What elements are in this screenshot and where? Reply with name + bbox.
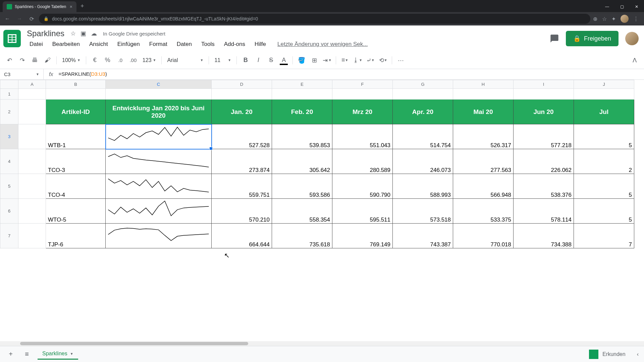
spreadsheet-grid[interactable]: ABCDEFGHIJ 12Artikel-IDEntwicklung Jan 2… <box>0 80 634 248</box>
star-icon[interactable]: ☆ <box>602 16 607 22</box>
merge-cells-button[interactable]: ⇥▼ <box>322 55 332 66</box>
column-header[interactable]: E <box>272 80 332 89</box>
value-cell[interactable]: 305.642 <box>272 149 332 174</box>
value-cell[interactable]: 590.790 <box>332 174 393 199</box>
scrollbar-thumb[interactable] <box>20 342 248 345</box>
header-cell[interactable]: Apr. 20 <box>393 100 453 124</box>
print-button[interactable]: 🖶 <box>30 55 40 66</box>
undo-button[interactable]: ↶ <box>4 55 15 66</box>
row-header[interactable]: 7 <box>0 224 18 248</box>
value-cell[interactable]: 551.043 <box>332 124 393 149</box>
document-title[interactable]: Sparklines <box>25 28 66 39</box>
cell[interactable] <box>18 224 46 248</box>
value-cell[interactable]: 246.073 <box>393 149 453 174</box>
select-all-corner[interactable] <box>0 80 18 89</box>
row-header[interactable]: 2 <box>0 100 18 124</box>
value-cell[interactable]: 514.754 <box>393 124 453 149</box>
value-cell[interactable]: 527.528 <box>212 124 272 149</box>
more-toolbar-button[interactable]: ⋯ <box>395 55 406 66</box>
decrease-decimal-button[interactable]: .0 <box>115 55 126 66</box>
value-cell[interactable]: 593.586 <box>272 174 332 199</box>
sparkline-cell[interactable] <box>106 149 212 174</box>
new-tab-button[interactable]: + <box>76 3 88 10</box>
paint-format-button[interactable]: 🖌 <box>42 55 53 66</box>
value-cell[interactable]: 5 <box>574 124 634 149</box>
header-cell[interactable]: Mai 20 <box>453 100 514 124</box>
cell[interactable] <box>393 89 453 100</box>
cell[interactable] <box>514 89 574 100</box>
v-align-button[interactable]: ⭳▼ <box>352 55 363 66</box>
text-color-button[interactable]: A <box>278 55 289 66</box>
sheets-logo-icon[interactable] <box>3 30 21 47</box>
cell[interactable] <box>272 89 332 100</box>
article-id-cell[interactable]: WTB-1 <box>46 124 106 149</box>
close-window-button[interactable]: ✕ <box>629 1 644 12</box>
cell[interactable] <box>18 100 46 124</box>
font-size-select[interactable]: 11▼ <box>212 57 233 63</box>
value-cell[interactable]: 5 <box>574 174 634 199</box>
value-cell[interactable]: 770.018 <box>453 224 514 248</box>
value-cell[interactable]: 558.354 <box>272 199 332 224</box>
column-header[interactable]: I <box>514 80 574 89</box>
number-format-select[interactable]: 123▼ <box>141 57 158 63</box>
menu-item[interactable]: Bearbeiten <box>48 40 84 49</box>
sheet-tab[interactable]: Sparklines▼ <box>38 349 78 360</box>
menu-item[interactable]: Add-ons <box>220 40 249 49</box>
cell[interactable] <box>46 89 106 100</box>
italic-button[interactable]: I <box>253 55 264 66</box>
value-cell[interactable]: 734.388 <box>514 224 574 248</box>
row-header[interactable]: 4 <box>0 149 18 174</box>
close-tab-icon[interactable]: × <box>70 4 72 9</box>
header-cell[interactable]: Artikel-ID <box>46 100 106 124</box>
sparkline-cell[interactable] <box>106 124 212 149</box>
forward-button[interactable]: → <box>15 14 24 23</box>
menu-item[interactable]: Datei <box>25 40 47 49</box>
header-cell[interactable]: Jun 20 <box>514 100 574 124</box>
header-cell[interactable]: Mrz 20 <box>332 100 393 124</box>
strikethrough-button[interactable]: S <box>266 55 276 66</box>
article-id-cell[interactable]: TJP-6 <box>46 224 106 248</box>
header-cell[interactable]: Entwicklung Jan 2020 bis Juni 2020 <box>106 100 212 124</box>
row-header[interactable]: 5 <box>0 174 18 199</box>
side-panel-toggle[interactable]: ‹ <box>637 351 639 357</box>
sparkline-cell[interactable] <box>106 174 212 199</box>
url-field[interactable]: 🔒 docs.google.com/spreadsheets/d/1njlwCa… <box>39 14 590 24</box>
profile-avatar-icon[interactable] <box>621 15 629 23</box>
cell[interactable] <box>18 174 46 199</box>
star-doc-icon[interactable]: ☆ <box>70 30 76 37</box>
row-header[interactable]: 1 <box>0 89 18 100</box>
explore-button[interactable]: Erkunden <box>589 350 626 359</box>
menu-icon[interactable]: ⋮ <box>633 16 639 22</box>
bold-button[interactable]: B <box>240 55 251 66</box>
text-rotate-button[interactable]: ⟲▼ <box>378 55 388 66</box>
name-box[interactable]: C3▼ <box>0 69 44 79</box>
value-cell[interactable]: 743.387 <box>393 224 453 248</box>
move-doc-icon[interactable]: ▣ <box>80 30 86 37</box>
add-sheet-button[interactable]: + <box>5 349 16 360</box>
value-cell[interactable]: 226.062 <box>514 149 574 174</box>
column-header[interactable]: F <box>332 80 393 89</box>
share-button[interactable]: 🔒 Freigeben <box>566 31 619 46</box>
borders-button[interactable]: ⊞ <box>309 55 320 66</box>
value-cell[interactable]: 588.993 <box>393 174 453 199</box>
browser-tab[interactable]: Sparklines - Google Tabellen × <box>3 1 76 12</box>
sparkline-cell[interactable] <box>106 199 212 224</box>
cell[interactable] <box>18 199 46 224</box>
column-header[interactable]: A <box>18 80 46 89</box>
menu-item[interactable]: Einfügen <box>113 40 144 49</box>
row-header[interactable]: 3 <box>0 124 18 149</box>
value-cell[interactable]: 559.751 <box>212 174 272 199</box>
currency-button[interactable]: € <box>90 55 100 66</box>
cell[interactable] <box>106 89 212 100</box>
article-id-cell[interactable]: TCO-4 <box>46 174 106 199</box>
value-cell[interactable]: 526.317 <box>453 124 514 149</box>
cell[interactable] <box>453 89 514 100</box>
header-cell[interactable]: Feb. 20 <box>272 100 332 124</box>
column-header[interactable]: G <box>393 80 453 89</box>
value-cell[interactable]: 566.948 <box>453 174 514 199</box>
column-header[interactable]: H <box>453 80 514 89</box>
value-cell[interactable]: 538.376 <box>514 174 574 199</box>
menu-item[interactable]: Ansicht <box>85 40 112 49</box>
value-cell[interactable]: 578.114 <box>514 199 574 224</box>
article-id-cell[interactable]: TCO-3 <box>46 149 106 174</box>
